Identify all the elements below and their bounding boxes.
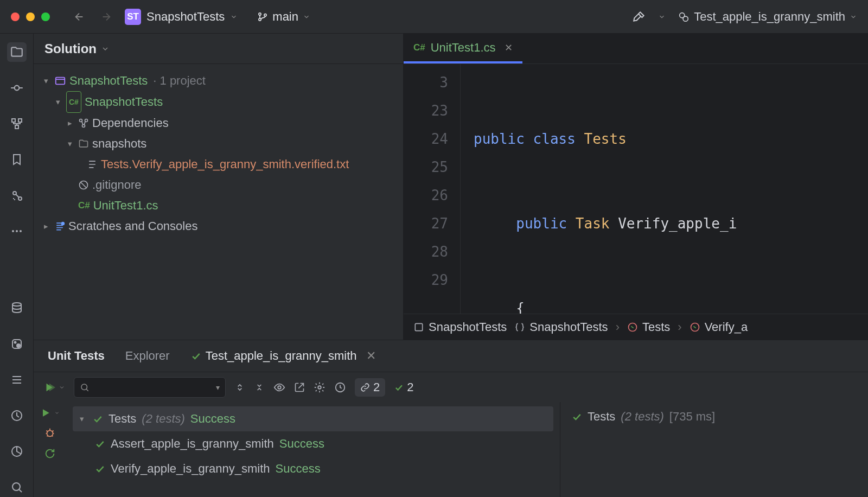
code-area[interactable]: 3 23 24 25 26 27 28 29 public class Test… <box>404 64 868 314</box>
run-all-button[interactable] <box>43 381 65 393</box>
solution-header[interactable]: Solution <box>34 34 403 64</box>
test-search-input[interactable]: ▾ <box>74 377 226 398</box>
test-row[interactable]: Verify_apple_is_granny_smith Success <box>73 456 553 481</box>
rail-commit-button[interactable] <box>7 78 27 98</box>
chevron-right-icon: ▸ <box>65 113 75 133</box>
project-node[interactable]: ▾ C# SnapshotTests <box>38 91 399 113</box>
svg-rect-6 <box>12 119 15 122</box>
close-icon[interactable]: ✕ <box>366 349 376 363</box>
svg-point-30 <box>278 386 281 389</box>
build-dropdown[interactable] <box>658 13 666 21</box>
solution-panel: Solution ▾ SnapshotTests · 1 project ▾ <box>34 34 404 340</box>
class-icon <box>627 322 638 333</box>
breadcrumb-item[interactable]: SnapshotTests <box>514 320 608 334</box>
svg-point-19 <box>12 483 20 490</box>
rail-database-button[interactable] <box>7 298 27 318</box>
solution-header-label: Solution <box>44 41 97 56</box>
settings-button[interactable] <box>314 381 326 393</box>
chevron-down-icon: ▾ <box>53 92 63 112</box>
chevron-down-icon <box>230 13 238 21</box>
svg-point-1 <box>259 18 261 20</box>
csharp-project-icon: C# <box>66 91 81 113</box>
svg-rect-20 <box>56 78 65 85</box>
chevron-down-icon: ▾ <box>77 409 87 429</box>
snapshots-folder-node[interactable]: ▾ snapshots <box>38 133 399 154</box>
check-icon <box>571 411 582 422</box>
nav-forward-button[interactable] <box>98 8 115 26</box>
chevron-down-icon <box>658 13 666 21</box>
editor: C# UnitTest1.cs ✕ 3 23 24 25 26 27 28 29 <box>404 34 868 340</box>
breadcrumb-item[interactable]: Verify_a <box>690 320 748 334</box>
svg-point-17 <box>17 344 20 347</box>
rail-explorer-button[interactable] <box>7 42 27 62</box>
project-selector[interactable]: ST SnapshotTests <box>125 9 238 25</box>
unit-tests-tab[interactable]: Unit Tests <box>46 345 107 367</box>
close-window-button[interactable] <box>11 12 20 21</box>
svg-point-25 <box>61 222 64 225</box>
unit-test-file-node[interactable]: C# UnitTest1.cs <box>38 195 399 216</box>
chevron-down-icon <box>850 13 857 21</box>
scratches-node[interactable]: ▸ Scratches and Consoles <box>38 216 399 237</box>
test-row[interactable]: Assert_apple_is_granny_smith Success <box>73 431 553 456</box>
chevron-right-icon: ▸ <box>41 216 51 237</box>
verified-file-node[interactable]: Tests.Verify_apple_is_granny_smith.verif… <box>38 154 399 175</box>
breadcrumb-item[interactable]: Tests <box>627 320 670 334</box>
rail-todo-button[interactable] <box>7 370 27 390</box>
rail-search-button[interactable] <box>7 477 27 497</box>
unit-tests-tabs: Unit Tests Explorer Test_apple_is_granny… <box>34 340 868 372</box>
maximize-window-button[interactable] <box>41 12 50 21</box>
test-group-label: Tests <box>108 409 136 429</box>
check-icon <box>92 413 103 424</box>
rerun-button[interactable] <box>44 448 56 460</box>
show-passed-button[interactable] <box>273 381 285 393</box>
rail-bookmarks-button[interactable] <box>7 150 27 169</box>
dependencies-icon <box>78 118 89 129</box>
nav-back-button[interactable] <box>71 8 88 26</box>
rail-coverage-button[interactable] <box>7 442 27 461</box>
branch-icon <box>257 11 268 22</box>
scratches-icon <box>54 221 65 232</box>
history-button[interactable] <box>334 381 346 393</box>
solution-root-label: SnapshotTests <box>69 71 148 91</box>
export-button[interactable] <box>294 382 305 393</box>
hammer-icon <box>632 10 646 24</box>
chevron-down-icon: ▾ <box>41 71 51 91</box>
code-content[interactable]: public class Tests public Task Verify_ap… <box>461 64 745 314</box>
run-config-selector[interactable]: Test_apple_is_granny_smith <box>678 10 857 24</box>
collapse-button[interactable] <box>254 382 265 393</box>
expand-collapse-button[interactable] <box>234 382 245 393</box>
solution-root-node[interactable]: ▾ SnapshotTests · 1 project <box>38 71 399 91</box>
gitignore-node[interactable]: .gitignore <box>38 175 399 195</box>
test-config-icon <box>678 11 690 23</box>
window-controls <box>11 12 50 21</box>
solution-tree: ▾ SnapshotTests · 1 project ▾ C# Snapsho… <box>34 64 403 243</box>
branch-selector[interactable]: main <box>257 10 310 24</box>
rail-endpoints-button[interactable] <box>7 186 27 205</box>
passed-count-badge[interactable]: 2 <box>394 380 413 394</box>
rail-more-button[interactable] <box>7 221 27 241</box>
detail-time-label: [735 ms] <box>669 410 715 424</box>
rail-unit-tests-button[interactable] <box>7 406 27 425</box>
solution-icon <box>54 75 66 87</box>
test-status-label: Success <box>279 434 324 454</box>
rail-nuget-button[interactable] <box>7 334 27 354</box>
minimize-window-button[interactable] <box>26 12 35 21</box>
linked-count-badge[interactable]: 2 <box>355 378 385 397</box>
svg-point-2 <box>264 14 266 16</box>
snapshots-folder-label: snapshots <box>92 133 146 154</box>
debug-button[interactable] <box>44 427 56 439</box>
project-icon <box>413 322 424 333</box>
breadcrumb-item[interactable]: SnapshotTests <box>413 320 507 334</box>
test-session-tab[interactable]: Test_apple_is_granny_smith ✕ <box>188 345 379 367</box>
dependencies-node[interactable]: ▸ Dependencies <box>38 113 399 133</box>
close-icon[interactable]: ✕ <box>505 42 513 54</box>
test-list: ▾ Tests (2 tests) Success Assert_apple_i… <box>66 402 560 497</box>
editor-tab[interactable]: C# UnitTest1.cs ✕ <box>404 34 522 63</box>
csharp-file-icon: C# <box>413 42 425 53</box>
build-button[interactable] <box>632 10 646 24</box>
run-button[interactable] <box>40 407 60 418</box>
test-group-row[interactable]: ▾ Tests (2 tests) Success <box>73 406 553 431</box>
text-file-icon <box>87 159 98 170</box>
rail-structure-button[interactable] <box>7 114 27 133</box>
explorer-tab[interactable]: Explorer <box>123 345 172 367</box>
